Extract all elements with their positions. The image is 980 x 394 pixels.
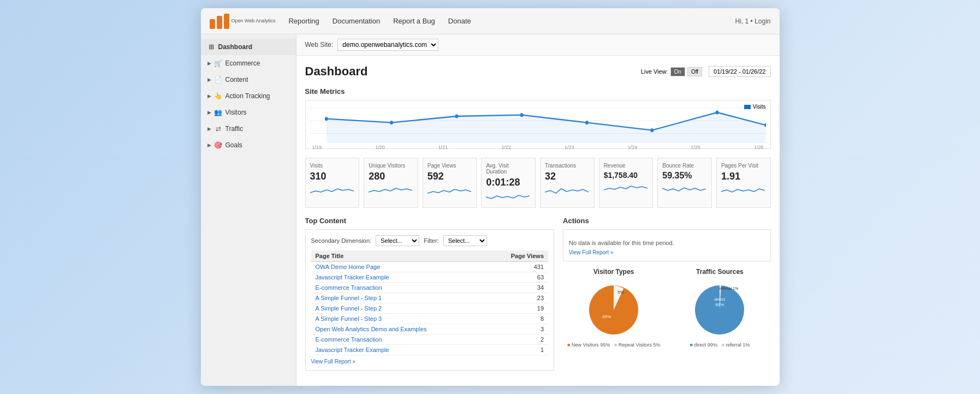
col-page-title: Page Title — [311, 250, 488, 262]
arrow-icon: ▶ — [207, 110, 211, 115]
date-range-picker[interactable]: 01/19/22 - 01/26/22 — [709, 66, 770, 77]
metric-label-transactions: Transactions — [545, 163, 590, 169]
live-view-off-button[interactable]: Off — [687, 67, 702, 76]
metric-value-unique: 280 — [369, 171, 413, 182]
x-label-2: 1/21 — [438, 145, 448, 150]
visitor-types-wrapper: 5% 95% ■ New Visitors 95% ■ Repeat Visit… — [563, 280, 664, 348]
svg-rect-0 — [210, 19, 215, 29]
table-row: A Simple Funnel - Step 38 — [311, 314, 549, 324]
table-row: E-commerce Transaction2 — [311, 335, 549, 345]
table-row: Javascript Tracker Example1 — [311, 345, 549, 355]
metric-card-avg-duration: Avg. Visit Duration 0:01:28 — [481, 158, 536, 208]
sparkline-pageviews — [427, 184, 471, 195]
top-nav: Open Web Analytics Reporting Documentati… — [201, 8, 780, 34]
metric-value-transactions: 32 — [545, 171, 590, 182]
x-label-7: 1/26 — [754, 145, 764, 150]
visitor-types-section: Visitor Types 5% — [563, 268, 664, 348]
page-title-cell: Javascript Tracker Example — [311, 272, 488, 283]
sidebar-item-content[interactable]: ▶ 📄 Content — [201, 71, 296, 88]
site-metrics-title: Site Metrics — [305, 87, 771, 95]
page-title-cell: E-commerce Transaction — [311, 335, 488, 345]
arrow-icon: ▶ — [207, 77, 211, 82]
logo-area: Open Web Analytics — [210, 14, 276, 29]
top-content-title: Top Content — [305, 217, 555, 225]
website-select[interactable]: demo.openwebanalytics.com — [337, 39, 438, 51]
sparkline-duration — [486, 190, 530, 201]
x-label-1: 1/20 — [375, 145, 385, 150]
sparkline-bounce — [662, 183, 706, 194]
target-icon: 🎯 — [215, 141, 222, 149]
visitor-types-title: Visitor Types — [563, 268, 664, 276]
metric-card-pages-per-visit: Pages Per Visit 1.91 — [716, 158, 771, 208]
actions-view-full-report[interactable]: View Full Report » — [569, 249, 764, 255]
metric-label-duration: Avg. Visit Duration — [486, 163, 531, 175]
main-layout: ⊞ Dashboard ▶ 🛒 Ecommerce ▶ 📄 Content ▶ … — [201, 34, 780, 386]
svg-text:5%: 5% — [617, 290, 624, 295]
nav-report-bug[interactable]: Report a Bug — [393, 15, 435, 27]
actions-section: Actions No data is available for this ti… — [563, 217, 770, 261]
page-views-cell: 3 — [487, 324, 548, 335]
sidebar-item-traffic[interactable]: ▶ ⇄ Traffic — [201, 121, 296, 137]
arrow-icon: ▶ — [207, 93, 211, 99]
page-views-cell: 23 — [487, 293, 548, 303]
content-area: Web Site: demo.openwebanalytics.com Dash… — [296, 34, 780, 386]
x-label-3: 1/22 — [501, 145, 511, 150]
metric-value-ppv: 1.91 — [721, 171, 766, 182]
sidebar-item-action-tracking[interactable]: ▶ 👆 Action Tracking — [201, 88, 296, 104]
nav-donate[interactable]: Donate — [448, 15, 471, 27]
page-views-cell: 2 — [487, 335, 548, 345]
x-label-0: 1/19 — [312, 145, 322, 150]
actions-no-data: No data is available for this time perio… — [569, 240, 764, 246]
table-row: E-commerce Transaction34 — [311, 283, 549, 293]
top-content-view-full-report[interactable]: View Full Report » — [311, 359, 549, 365]
page-views-cell: 63 — [487, 272, 548, 283]
arrow-icon: ▶ — [207, 142, 211, 148]
sidebar-label-traffic: Traffic — [225, 125, 243, 133]
traffic-sources-section: Traffic Sources direct 99% — [669, 268, 770, 348]
website-bar: Web Site: demo.openwebanalytics.com — [296, 34, 780, 56]
live-view-on-button[interactable]: On — [670, 67, 685, 76]
x-label-6: 1/25 — [691, 145, 700, 150]
sparkline-unique — [369, 184, 412, 195]
dashboard-content: Dashboard Live View: On Off 01/19/22 - 0… — [296, 56, 780, 386]
nav-reporting[interactable]: Reporting — [288, 15, 319, 27]
traffic-sources-title: Traffic Sources — [669, 268, 770, 276]
metric-value-visits: 310 — [310, 171, 355, 182]
sidebar-item-dashboard[interactable]: ⊞ Dashboard — [201, 39, 296, 55]
filter-select[interactable]: Select... — [443, 235, 487, 246]
live-view: Live View: On Off — [641, 67, 702, 76]
table-row: A Simple Funnel - Step 219 — [311, 303, 549, 314]
cursor-icon: 👆 — [215, 92, 222, 100]
page-title-cell: Open Web Analytics Demo and Examples — [311, 324, 488, 335]
chart-x-labels: 1/19 1/20 1/21 1/22 1/23 1/24 1/25 1/26 — [310, 145, 766, 150]
legend-color — [744, 105, 751, 109]
sparkline-transactions — [545, 184, 589, 195]
document-icon: 📄 — [215, 76, 222, 83]
metric-value-pageviews: 592 — [427, 171, 472, 182]
svg-text:direct: direct — [715, 297, 726, 302]
metric-card-revenue: Revenue $1,758.40 — [599, 158, 654, 208]
page-title: Dashboard — [305, 64, 368, 79]
website-label: Web Site: — [305, 41, 334, 49]
sidebar-label-dashboard: Dashboard — [218, 43, 253, 51]
sidebar-item-ecommerce[interactable]: ▶ 🛒 Ecommerce — [201, 55, 296, 71]
x-label-4: 1/23 — [565, 145, 574, 150]
metric-card-bounce-rate: Bounce Rate 59.35% — [657, 158, 712, 208]
svg-text:99%: 99% — [715, 302, 724, 307]
sidebar-label-content: Content — [225, 76, 248, 83]
sidebar-item-visitors[interactable]: ▶ 👥 Visitors — [201, 104, 296, 121]
sidebar-item-goals[interactable]: ▶ 🎯 Goals — [201, 137, 296, 153]
page-views-cell: 1 — [487, 345, 548, 355]
secondary-dim-select[interactable]: Select... — [376, 235, 419, 246]
content-table: Page Title Page Views OWA Demo Home Page… — [311, 250, 549, 355]
svg-text:referral 1%: referral 1% — [720, 286, 738, 290]
chart-legend: Visits — [744, 104, 766, 110]
table-row: Javascript Tracker Example63 — [311, 272, 549, 283]
sidebar-label-ecommerce: Ecommerce — [225, 59, 260, 67]
svg-text:95%: 95% — [602, 314, 611, 319]
nav-documentation[interactable]: Documentation — [332, 15, 380, 27]
metric-card-visits: Visits 310 — [305, 158, 360, 208]
metric-cards: Visits 310 Unique Visitors 280 — [305, 158, 771, 208]
sparkline-ppv — [721, 184, 765, 195]
page-title-cell: OWA Demo Home Page — [311, 262, 488, 272]
